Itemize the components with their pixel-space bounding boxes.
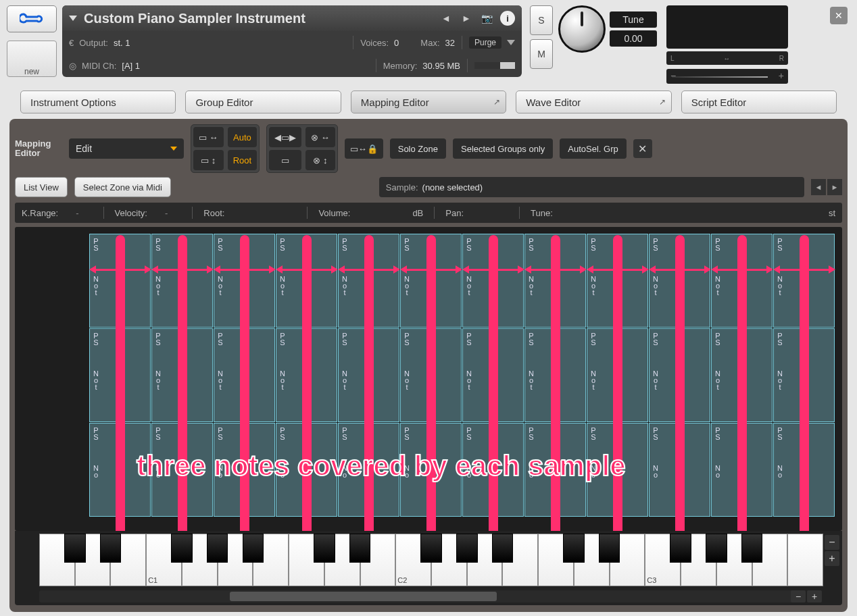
black-key[interactable] xyxy=(64,534,86,563)
memory-label: Memory: xyxy=(383,61,418,71)
panel-title: MappingEditor xyxy=(15,139,62,158)
snapshot-icon[interactable]: 📷 xyxy=(480,11,493,25)
black-key[interactable] xyxy=(563,534,585,563)
sample-prev-button[interactable]: ◄ xyxy=(811,179,826,195)
purge-menu-icon[interactable] xyxy=(507,40,515,45)
velocity-value[interactable]: - xyxy=(165,208,168,218)
tab-group-editor[interactable]: Group Editor xyxy=(185,91,341,113)
vzoom-in-button[interactable]: + xyxy=(825,551,839,566)
krange-label: K.Range: xyxy=(22,208,58,218)
black-key[interactable] xyxy=(670,534,691,563)
black-key[interactable] xyxy=(207,534,228,563)
zone-grid[interactable]: PSNotPSNotPSNotPSNotPSNotPSNotPSNotPSNot… xyxy=(15,227,842,531)
wrench-button[interactable] xyxy=(7,5,57,32)
tab-wave-editor[interactable]: Wave Editor↗ xyxy=(516,91,671,113)
annotation-line xyxy=(737,235,747,531)
annotation-arrow xyxy=(468,269,519,271)
annotation-line xyxy=(178,235,187,531)
max-value[interactable]: 32 xyxy=(445,38,455,48)
midi-value[interactable]: [A] 1 xyxy=(122,61,140,71)
vzoom-out-button[interactable]: − xyxy=(825,535,839,550)
purge-button[interactable]: Purge xyxy=(469,36,501,49)
output-value[interactable]: st. 1 xyxy=(114,38,130,48)
lock-button[interactable]: ▭↔🔒 xyxy=(345,138,383,159)
white-key[interactable] xyxy=(787,534,823,586)
root-button[interactable]: Root xyxy=(228,150,257,170)
hzoom-out-button[interactable]: − xyxy=(791,590,806,602)
black-key[interactable] xyxy=(314,534,335,563)
annotation-arrow xyxy=(343,269,395,271)
annotation-arrow xyxy=(95,269,146,271)
mute-button[interactable]: M xyxy=(530,39,553,69)
annotation-text: three notes covered by each sample xyxy=(137,450,626,482)
black-key[interactable] xyxy=(100,534,122,563)
tool-arrange-v[interactable]: ▭ xyxy=(269,150,301,170)
black-key[interactable] xyxy=(706,534,727,563)
root-label: Root: xyxy=(203,208,224,218)
volume-slider[interactable]: − + xyxy=(666,69,788,84)
black-key[interactable] xyxy=(349,534,371,563)
black-key[interactable] xyxy=(171,534,193,563)
prev-icon[interactable]: ◄ xyxy=(439,11,453,25)
select-zone-midi-button[interactable]: Select Zone via Midi xyxy=(74,177,171,197)
hzoom-in-button[interactable]: + xyxy=(807,590,822,602)
voices-label: Voices: xyxy=(360,38,389,48)
popout-icon[interactable]: ↗ xyxy=(659,97,666,107)
param-strip: K.Range: - Velocity: - Root: Volume: dB … xyxy=(15,203,842,223)
black-key[interactable] xyxy=(741,534,763,563)
autosel-grp-button[interactable]: AutoSel. Grp xyxy=(560,138,626,159)
solo-button[interactable]: S xyxy=(530,5,553,35)
annotation-arrow xyxy=(157,269,208,271)
annotation-arrow xyxy=(281,269,333,271)
black-key[interactable] xyxy=(599,534,620,563)
tab-script-editor[interactable]: Script Editor xyxy=(681,91,837,113)
black-key[interactable] xyxy=(420,534,442,563)
annotation-line xyxy=(613,235,622,531)
max-label: Max: xyxy=(420,38,439,48)
black-key[interactable] xyxy=(492,534,514,563)
pan-slider[interactable]: L ↔ R xyxy=(666,51,788,65)
tune-value[interactable]: 0.00 xyxy=(610,30,657,47)
piano-keyboard[interactable]: C1C2C3 xyxy=(39,534,823,586)
tab-instrument-options[interactable]: Instrument Options xyxy=(20,91,176,113)
annotation-line xyxy=(551,235,560,531)
voices-value: 0 xyxy=(394,38,399,48)
tune-label: Tune xyxy=(610,11,657,28)
wrench-icon xyxy=(20,11,44,26)
tool-vstretch[interactable]: ▭ ↕ xyxy=(193,150,224,170)
tool-xfade-v[interactable]: ⊗ ↕ xyxy=(305,150,335,170)
annotation-line xyxy=(240,235,249,531)
tune-knob[interactable] xyxy=(558,5,606,53)
expand-icon[interactable] xyxy=(69,16,77,21)
close-button[interactable]: ✕ xyxy=(830,7,848,24)
tool-arrange-h[interactable]: ◀▭▶ xyxy=(269,127,301,147)
annotation-line xyxy=(675,235,685,531)
selected-groups-button[interactable]: Selected Groups only xyxy=(453,138,553,159)
info-icon[interactable]: i xyxy=(500,11,515,26)
auto-button[interactable]: Auto xyxy=(228,127,257,147)
solo-zone-button[interactable]: Solo Zone xyxy=(390,138,446,159)
popout-icon[interactable]: ↗ xyxy=(493,97,500,107)
tool-hstretch[interactable]: ▭ ↔ xyxy=(193,127,224,147)
black-key[interactable] xyxy=(456,534,478,563)
tab-mapping-editor[interactable]: Mapping Editor↗ xyxy=(351,91,506,113)
black-key[interactable] xyxy=(243,534,264,563)
hscroll-thumb[interactable] xyxy=(230,592,497,601)
instrument-name: Custom Piano Sampler Instrument xyxy=(84,11,433,26)
hscrollbar[interactable] xyxy=(39,590,802,602)
next-icon[interactable]: ► xyxy=(460,11,473,25)
annotation-arrow xyxy=(716,269,768,271)
krange-value[interactable]: - xyxy=(76,208,78,218)
new-button[interactable]: new xyxy=(7,41,57,77)
tune-param-label: Tune: xyxy=(531,208,553,218)
memory-bar xyxy=(474,62,515,69)
edit-dropdown[interactable]: Edit xyxy=(69,138,184,159)
instrument-header: Custom Piano Sampler Instrument ◄ ► 📷 i … xyxy=(62,5,522,77)
sample-label: Sample: xyxy=(386,182,418,192)
sample-next-button[interactable]: ► xyxy=(827,179,842,195)
panel-close-button[interactable]: ✕ xyxy=(633,139,652,158)
list-view-button[interactable]: List View xyxy=(15,177,68,197)
tool-xfade-h[interactable]: ⊗ ↔ xyxy=(305,127,335,147)
velocity-label: Velocity: xyxy=(115,208,147,218)
annotation-arrow xyxy=(654,269,706,271)
